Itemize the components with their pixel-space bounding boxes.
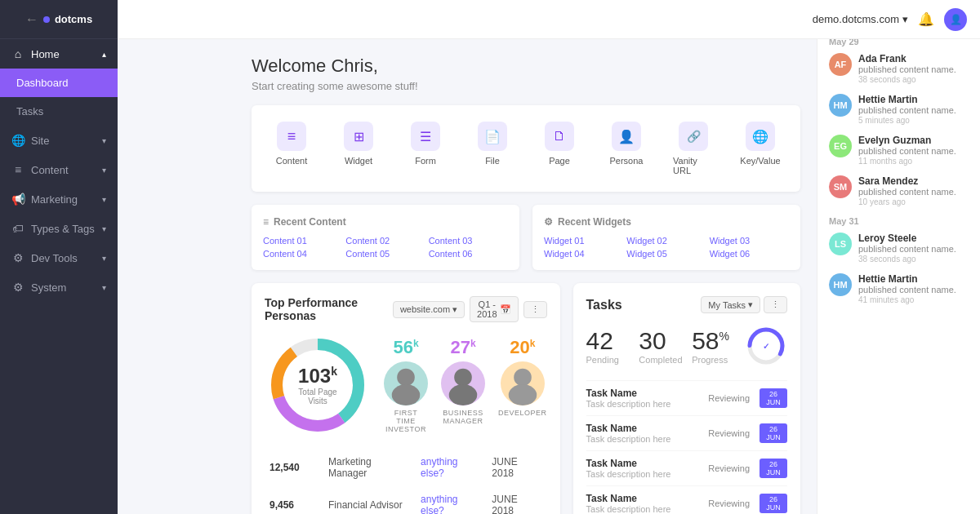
- completed-num: 30: [639, 327, 692, 355]
- qa-page-label: Page: [549, 156, 570, 166]
- user-avatar[interactable]: 👤: [944, 8, 967, 31]
- qa-key-value[interactable]: 🌐 Key/Value: [727, 115, 794, 182]
- task-1-day: 26: [769, 390, 777, 398]
- task-1-desc: Task description here: [586, 399, 709, 409]
- recent-widget-06[interactable]: Widget 06: [710, 249, 789, 259]
- sidebar-item-system[interactable]: ⚙ System ▾: [0, 273, 118, 302]
- row1-date: JUNE 2018: [488, 450, 545, 485]
- recent-content-03[interactable]: Content 03: [429, 236, 508, 246]
- recent-widget-02[interactable]: Widget 02: [626, 236, 706, 246]
- row2-date: JUNE 2018: [488, 487, 545, 514]
- task-stat-pending: 42 Pending: [586, 327, 639, 365]
- task-3-status: Reviewing: [708, 463, 750, 473]
- manager-avatar: [441, 361, 485, 405]
- persona-card-header: Top Performance Personas website.com ▾ Q…: [265, 296, 547, 322]
- tasks-controls: My Tasks ▾ ⋮: [701, 296, 787, 313]
- hettie1-text: Hettie Martin published content name. 5 …: [858, 94, 969, 125]
- activity-item-hettie2: HM Hettie Martin published content name.…: [829, 273, 969, 304]
- svg-point-7: [449, 384, 478, 405]
- persona-columns: 56k FIRST TIME INVESTOR 27k BUSINESS MAN…: [384, 337, 547, 433]
- qa-widget[interactable]: ⊞ Widget: [325, 115, 392, 182]
- more-options[interactable]: ⋮: [523, 301, 547, 318]
- sidebar-home-label: Home: [31, 48, 60, 60]
- sidebar-item-dev-tools[interactable]: ⚙ Dev Tools ▾: [0, 243, 118, 273]
- ada-avatar: AF: [829, 53, 852, 76]
- persona-col-developer: 20k DEVELOPER: [498, 337, 547, 433]
- sidebar-item-tasks[interactable]: Tasks: [0, 97, 118, 126]
- welcome-subtitle: Start creating some awesome stuff!: [252, 80, 800, 92]
- hettie1-avatar: HM: [829, 94, 852, 117]
- website-filter[interactable]: website.com ▾: [393, 301, 465, 318]
- task-2-status: Reviewing: [708, 428, 750, 438]
- recent-content-icon: ≡: [263, 216, 269, 228]
- sidebar-marketing-label: Marketing: [31, 193, 78, 206]
- table-row: 12,540 Marketing Manager anything else? …: [266, 450, 546, 485]
- recent-content-01[interactable]: Content 01: [263, 236, 342, 246]
- persona-card-controls: website.com ▾ Q1 - 2018 📅 ⋮: [393, 296, 547, 322]
- qa-content[interactable]: ≡ Content: [258, 115, 325, 182]
- sidebar-item-home[interactable]: ⌂ Home ▴: [0, 39, 118, 69]
- right-panel: Recent Activity May 29 AF Ada Frank publ…: [817, 0, 980, 514]
- row1-num: 12,540: [266, 450, 323, 485]
- sara-avatar: SM: [829, 175, 852, 198]
- qa-page[interactable]: 🗋 Page: [526, 115, 593, 182]
- hettie2-time: 41 minutes ago: [858, 295, 969, 304]
- task-3-name: Task Name: [586, 458, 709, 469]
- recent-widget-01[interactable]: Widget 01: [544, 236, 623, 246]
- evelyn-time: 11 months ago: [858, 157, 969, 166]
- row2-role: Financial Advisor: [325, 487, 416, 514]
- activity-item-evelyn: EG Evelyn Guzman published content name.…: [829, 135, 969, 166]
- task-3-day: 26: [769, 460, 777, 468]
- chevron-down-icon5: ▾: [102, 254, 106, 263]
- hettie1-time: 5 minutes ago: [858, 116, 969, 125]
- hettie2-action: published content name.: [858, 285, 969, 295]
- svg-point-4: [397, 369, 415, 387]
- recent-content-05[interactable]: Content 05: [345, 249, 425, 259]
- investor-label: FIRST TIME INVESTOR: [384, 409, 428, 433]
- recent-content-02[interactable]: Content 02: [345, 236, 425, 246]
- qa-vanity-url[interactable]: 🔗 Vanity URL: [660, 115, 727, 182]
- manager-label: BUSINESS MANAGER: [441, 409, 485, 425]
- chevron-down-icon2: ▾: [102, 166, 106, 175]
- task-stat-progress: 58% Progress: [692, 327, 745, 365]
- sidebar-nav: ⌂ Home ▴ Dashboard Tasks 🌐 Site ▾ ≡ Cont…: [0, 39, 118, 514]
- main-content: Welcome Chris, Start creating some aweso…: [235, 39, 817, 514]
- domain-selector[interactable]: demo.dotcms.com ▾: [813, 13, 908, 25]
- task-4-month: JUN: [766, 503, 781, 512]
- qa-file[interactable]: 📄 File: [459, 115, 526, 182]
- activity-item-sara: SM Sara Mendez published content name. 1…: [829, 175, 969, 206]
- avatar-icon: 👤: [950, 14, 962, 25]
- recent-widget-04[interactable]: Widget 04: [544, 249, 623, 259]
- donut-value: 103k: [292, 365, 345, 388]
- sidebar-item-site[interactable]: 🌐 Site ▾: [0, 126, 118, 155]
- sara-action: published content name.: [858, 187, 969, 197]
- task-3-desc: Task description here: [586, 469, 709, 479]
- back-icon[interactable]: ←: [25, 12, 38, 27]
- recent-widget-05[interactable]: Widget 05: [626, 249, 706, 259]
- persona-card-title: Top Performance Personas: [265, 296, 393, 322]
- date-filter[interactable]: Q1 - 2018 📅: [470, 296, 518, 322]
- content-quick-icon: ≡: [277, 122, 306, 151]
- donut-sub: Total Page Visits: [292, 388, 345, 405]
- task-3-month: JUN: [766, 468, 781, 476]
- notifications-bell-icon[interactable]: 🔔: [918, 11, 934, 27]
- task-2-date: 26 JUN: [760, 423, 787, 443]
- tasks-title: Tasks: [586, 298, 622, 312]
- sidebar-item-content[interactable]: ≡ Content ▾: [0, 155, 118, 184]
- tasks-filter[interactable]: My Tasks ▾: [701, 296, 760, 313]
- marketing-icon: 📢: [11, 193, 24, 206]
- task-2-desc: Task description here: [586, 434, 709, 444]
- recent-content-06[interactable]: Content 06: [429, 249, 508, 259]
- domain-chevron: ▾: [902, 13, 908, 25]
- sidebar-item-marketing[interactable]: 📢 Marketing ▾: [0, 184, 118, 214]
- recent-content-04[interactable]: Content 04: [263, 249, 342, 259]
- svg-text:✓: ✓: [763, 342, 769, 351]
- sidebar-item-dashboard[interactable]: Dashboard: [0, 69, 118, 97]
- recent-widget-03[interactable]: Widget 03: [710, 236, 789, 246]
- task-row-4: Task Name Task description here Reviewin…: [586, 485, 787, 514]
- sidebar-item-types-tags[interactable]: 🏷 Types & Tags ▾: [0, 214, 118, 243]
- hettie1-action: published content name.: [858, 105, 969, 115]
- tasks-more[interactable]: ⋮: [764, 296, 787, 313]
- qa-form[interactable]: ☰ Form: [392, 115, 459, 182]
- qa-persona[interactable]: 👤 Persona: [593, 115, 660, 182]
